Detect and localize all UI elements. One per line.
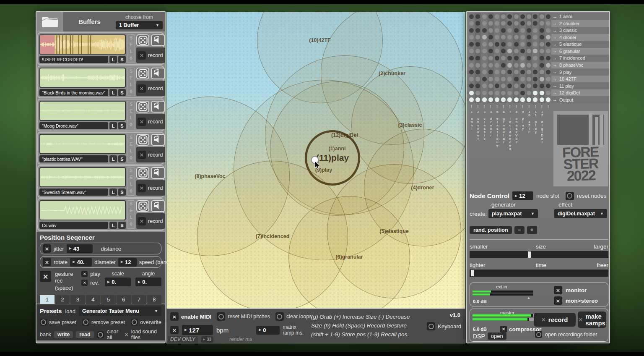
angle-value-numbox[interactable]: ▶ 0. [135,277,161,286]
matrix-cell-r9c8[interactable] [513,68,519,76]
matrix-cell-r11c4[interactable] [488,82,494,89]
waveform-display[interactable] [39,200,126,220]
matrix-cell-r3c9[interactable] [519,27,526,34]
compressor-checkbox[interactable]: × [500,326,507,332]
matrix-cell-r4c13[interactable] [545,34,551,41]
matrix-cell-r9c6[interactable] [500,68,506,76]
matrix-cell-r4c5[interactable] [494,34,500,41]
matrix-cell-r11c7[interactable] [506,82,513,89]
matrix-cell-r2c12[interactable] [539,20,545,27]
monitor-checkbox[interactable]: × [554,286,562,294]
matrix-cell-r1c10[interactable] [526,13,532,20]
seq-step-3[interactable]: 3 [70,295,85,304]
mon-stereo-checkbox[interactable]: × [554,296,562,305]
matrix-cell-r13c8[interactable] [513,96,519,103]
size-slider[interactable] [470,251,608,258]
matrix-cell-r7c11[interactable] [532,55,538,62]
matrix-cell-r12c1[interactable] [468,89,475,97]
matrix-cell-r9c3[interactable] [481,68,487,76]
randomize-dice-button[interactable] [136,34,149,46]
jitter-checkbox[interactable]: × [43,244,51,253]
keyboard-toggle-button[interactable] [427,322,435,330]
matrix-cell-r2c10[interactable] [526,20,532,27]
matrix-cell-r2c9[interactable] [519,20,526,27]
matrix-cell-r3c1[interactable] [468,27,475,34]
reset-midi-pitches-button[interactable] [217,312,225,321]
matrix-cell-r13c13[interactable] [545,96,551,103]
matrix-cell-r4c9[interactable] [519,34,526,41]
matrix-cell-r5c2[interactable] [475,41,481,48]
matrix-cell-r13c4[interactable] [488,96,494,103]
matrix-cell-r3c5[interactable] [494,27,500,34]
matrix-cell-r1c11[interactable] [532,13,538,20]
matrix-cell-r10c10[interactable] [526,76,532,83]
matrix-cell-r5c1[interactable] [468,41,475,48]
matrix-cell-r7c7[interactable] [506,55,513,62]
matrix-cell-r11c12[interactable] [539,82,545,89]
matrix-cell-r7c2[interactable] [475,55,481,62]
matrix-cell-r6c1[interactable] [468,48,475,55]
matrix-cell-r3c11[interactable] [532,27,538,34]
matrix-cell-r2c2[interactable] [475,20,481,27]
matrix-cell-r12c11[interactable] [532,89,538,97]
matrix-cell-r7c8[interactable] [513,55,519,62]
matrix-cell-r12c7[interactable] [506,89,513,97]
buffer-name-field[interactable]: Cs.wav [39,222,108,229]
preview-speaker-button[interactable] [151,68,165,79]
stop-button[interactable]: S [118,188,126,196]
matrix-cell-r4c7[interactable] [506,34,513,41]
matrix-cell-r6c7[interactable] [506,48,513,55]
make-samps-button[interactable]: × make samps [578,312,606,328]
matrix-cell-r8c3[interactable] [481,62,487,69]
matrix-cell-r10c1[interactable] [468,76,475,83]
bank-write-button[interactable]: write [54,331,73,338]
matrix-cell-r5c6[interactable] [500,41,506,48]
matrix-cell-r10c2[interactable] [475,76,481,83]
preview-speaker-button[interactable] [151,167,165,179]
matrix-cell-r4c2[interactable] [475,34,481,41]
matrix-cell-r5c12[interactable] [539,41,545,48]
matrix-cell-r12c4[interactable] [488,89,494,97]
matrix-cell-r13c11[interactable] [532,96,538,103]
waveform-display[interactable] [39,68,126,88]
matrix-cell-r9c7[interactable] [506,68,513,76]
matrix-cell-r8c9[interactable] [519,62,526,69]
matrix-cell-r13c2[interactable] [475,96,481,103]
matrix-cell-r12c3[interactable] [481,89,487,97]
matrix-cell-r8c12[interactable] [539,62,545,69]
matrix-cell-r13c12[interactable] [539,96,545,103]
matrix-cell-r6c4[interactable] [488,48,494,55]
matrix-cell-r9c10[interactable] [526,68,532,76]
seq-step-8[interactable]: 8 [147,295,162,304]
matrix-cell-r10c5[interactable] [494,76,500,83]
randomize-dice-button[interactable] [136,68,149,79]
bpm-checkbox[interactable]: × [170,326,179,334]
matrix-cell-r12c10[interactable] [526,89,532,97]
buffer-name-field[interactable]: "Black Birds in the morning.wav" [39,89,108,96]
matrix-cell-r6c9[interactable] [519,48,526,55]
buffer-name-field[interactable]: "Swedish Stream.wav" [39,188,108,196]
reset-nodes-button[interactable] [566,192,574,200]
seq-step-1[interactable]: 1 [40,295,55,304]
matrix-cell-r9c1[interactable] [468,68,475,76]
matrix-cell-r13c6[interactable] [500,96,506,103]
matrix-cell-r1c9[interactable] [519,13,526,20]
matrix-cell-r7c13[interactable] [545,55,551,62]
matrix-cell-r10c8[interactable] [513,76,519,83]
sel-strip[interactable]: SEL ◊ [127,101,135,129]
matrix-cell-r7c3[interactable] [481,55,487,62]
matrix-cell-r10c4[interactable] [488,76,494,83]
time-slider-handle[interactable] [471,270,474,276]
matrix-cell-r8c11[interactable] [532,62,538,69]
matrix-cell-r1c5[interactable] [494,13,500,20]
matrix-cell-r2c13[interactable] [545,20,551,27]
matrix-cell-r5c8[interactable] [513,41,519,48]
clear-loops-button[interactable] [275,312,284,321]
matrix-cell-r11c1[interactable] [468,82,475,89]
matrix-cell-r3c2[interactable] [475,27,481,34]
seq-step-6[interactable]: 6 [117,295,131,304]
stop-button[interactable]: S [118,56,126,63]
matrix-cell-r6c12[interactable] [539,48,545,55]
rotate-value-numbox[interactable]: ▶ 40. [70,258,92,267]
size-slider-handle[interactable] [528,251,531,258]
